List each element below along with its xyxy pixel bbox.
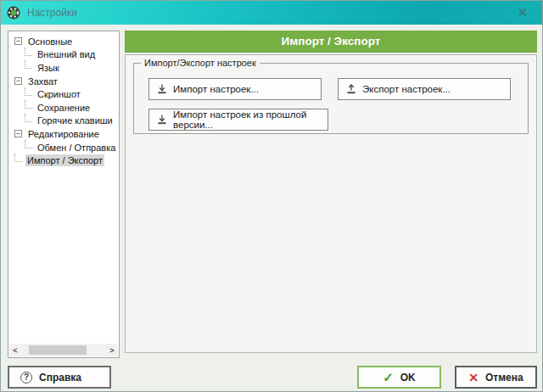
sidebar-item-editing[interactable]: − Редактирование [8, 127, 118, 141]
check-icon: ✓ [383, 371, 394, 384]
tree-connector [25, 87, 32, 96]
download-icon [157, 115, 167, 125]
tree-connector [25, 140, 32, 148]
sidebar-item-label: Обмен / Отправка [36, 142, 117, 154]
sidebar-item-label: Импорт / Экспорт [25, 154, 104, 166]
page-title: Импорт / Экспорт [125, 31, 537, 53]
sidebar-item-hotkeys[interactable]: Горячие клавиши [8, 115, 118, 128]
sidebar-item-appearance[interactable]: Внешний вид [8, 48, 118, 62]
button-label: Отмена [485, 372, 523, 384]
scroll-right-icon[interactable]: > [106, 346, 118, 355]
export-settings-button[interactable]: Экспорт настроек... [338, 78, 511, 100]
sidebar-item-label: Захват [26, 76, 59, 87]
download-icon [157, 84, 167, 94]
import-previous-version-button[interactable]: Импорт настроек из прошлой версии... [148, 109, 328, 131]
collapse-icon[interactable]: − [14, 77, 22, 85]
import-export-groupbox: Импорт/Экспорт настроек Импорт настроек.… [133, 63, 529, 134]
sidebar-item-language[interactable]: Язык [8, 61, 118, 75]
main-panel: Импорт/Экспорт настроек Импорт настроек.… [125, 54, 537, 353]
sidebar-item-basic[interactable]: − Основные [8, 35, 118, 48]
tree-connector [14, 154, 22, 162]
tree-connector [25, 100, 32, 109]
collapse-icon[interactable]: − [14, 130, 22, 137]
titlebar[interactable]: Настройки ✕ [1, 1, 542, 25]
settings-window: Настройки ✕ − Основные Внешний вид Язык … [0, 0, 543, 392]
settings-tree: − Основные Внешний вид Язык − Захват Скр… [8, 31, 120, 358]
sidebar-item-label: Скриншот [36, 88, 82, 100]
tree-connector [25, 114, 32, 122]
sidebar-item-import-export[interactable]: Импорт / Экспорт [8, 154, 118, 167]
tree-rows: − Основные Внешний вид Язык − Захват Скр… [8, 35, 118, 342]
cancel-x-icon: ✕ [468, 372, 479, 384]
cancel-button[interactable]: ✕ Отмена [455, 366, 537, 389]
help-button[interactable]: ? Справка [8, 366, 111, 389]
groupbox-title: Импорт/Экспорт настроек [141, 58, 260, 68]
sidebar-item-label: Редактирование [26, 128, 101, 140]
tree-horizontal-scrollbar[interactable]: < > [9, 344, 118, 356]
button-label: Экспорт настроек... [362, 84, 451, 94]
ok-button[interactable]: ✓ OK [357, 366, 441, 389]
scrollbar-thumb[interactable] [29, 345, 87, 355]
sidebar-item-label: Горячие клавиши [36, 115, 115, 126]
window-title: Настройки [27, 7, 77, 19]
upload-icon [346, 84, 356, 94]
app-gear-icon [7, 6, 20, 20]
button-label: OK [400, 372, 416, 384]
help-icon: ? [20, 372, 32, 384]
sidebar-item-saving[interactable]: Сохранение [8, 101, 118, 115]
sidebar-item-label: Язык [36, 62, 61, 74]
sidebar-item-label: Основные [26, 36, 74, 48]
sidebar-item-sharing[interactable]: Обмен / Отправка [8, 141, 118, 154]
button-label: Импорт настроек из прошлой версии... [173, 109, 320, 130]
sidebar-item-screenshot[interactable]: Скриншот [8, 87, 118, 101]
sidebar-item-capture[interactable]: − Захват [8, 75, 118, 88]
sidebar-item-label: Сохранение [36, 102, 92, 114]
tree-connector [25, 48, 32, 56]
button-label: Импорт настроек... [173, 84, 259, 94]
sidebar-item-label: Внешний вид [36, 48, 97, 60]
tree-connector [25, 60, 32, 69]
close-icon[interactable]: ✕ [514, 4, 531, 21]
button-label: Справка [39, 372, 81, 384]
import-settings-button[interactable]: Импорт настроек... [148, 78, 322, 100]
scroll-left-icon[interactable]: < [9, 346, 21, 355]
collapse-icon[interactable]: − [14, 37, 22, 45]
